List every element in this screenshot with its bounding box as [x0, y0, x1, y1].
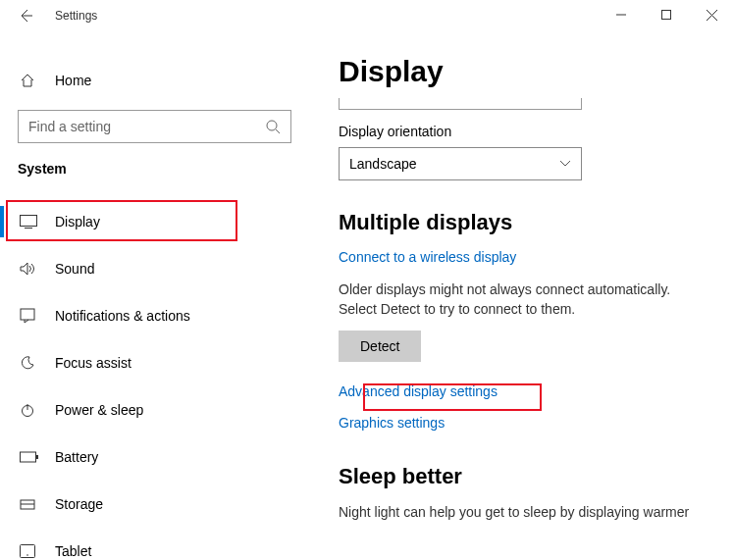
advanced-display-link[interactable]: Advanced display settings [339, 383, 705, 399]
wireless-display-link[interactable]: Connect to a wireless display [339, 249, 705, 265]
battery-icon [20, 451, 41, 463]
nav-tablet[interactable]: Tablet [0, 528, 309, 560]
nav-item-label: Display [55, 214, 100, 229]
svg-point-4 [267, 121, 277, 130]
orientation-label: Display orientation [339, 124, 705, 139]
detect-text: Older displays might not always connect … [339, 280, 705, 319]
nav-item-label: Focus assist [55, 355, 131, 371]
nav-display[interactable]: Display [0, 198, 309, 245]
graphics-settings-link[interactable]: Graphics settings [339, 415, 705, 431]
nav-item-label: Battery [55, 449, 98, 465]
power-icon [20, 402, 41, 418]
search-icon [265, 119, 281, 134]
svg-rect-6 [21, 216, 37, 227]
svg-point-16 [26, 554, 28, 556]
sidebar: Home System Display Sound Notifica [0, 31, 309, 560]
nav-notifications[interactable]: Notifications & actions [0, 292, 309, 339]
back-button[interactable] [14, 8, 37, 24]
home-icon [20, 73, 41, 88]
svg-rect-12 [36, 455, 38, 459]
sidebar-section-label: System [0, 161, 309, 177]
sleep-better-heading: Sleep better [339, 464, 705, 489]
nav-item-label: Storage [55, 496, 103, 512]
nav-item-label: Tablet [55, 543, 91, 559]
chevron-down-icon [559, 160, 571, 168]
tablet-icon [20, 544, 41, 558]
sound-icon [20, 261, 41, 277]
close-button[interactable] [689, 0, 734, 29]
moon-icon [20, 355, 41, 371]
maximize-button[interactable] [644, 0, 689, 29]
nav-home-label: Home [55, 73, 91, 88]
svg-rect-1 [662, 11, 671, 20]
orientation-value: Landscape [349, 156, 417, 172]
nav-item-label: Sound [55, 261, 94, 277]
nav-home[interactable]: Home [0, 61, 309, 100]
search-input[interactable] [28, 119, 244, 134]
nav-power-sleep[interactable]: Power & sleep [0, 386, 309, 433]
storage-icon [20, 496, 41, 512]
search-box[interactable] [18, 110, 291, 143]
svg-line-5 [276, 129, 280, 133]
window-title: Settings [55, 9, 97, 23]
svg-rect-8 [21, 309, 34, 320]
orientation-select[interactable]: Landscape [339, 147, 582, 180]
multiple-displays-heading: Multiple displays [339, 210, 705, 235]
page-title: Display [339, 55, 705, 88]
display-indicator [339, 98, 582, 110]
nav-item-label: Power & sleep [55, 402, 143, 418]
notifications-icon [20, 308, 41, 324]
detect-button[interactable]: Detect [339, 331, 421, 362]
nav-item-label: Notifications & actions [55, 308, 190, 324]
nav-battery[interactable]: Battery [0, 433, 309, 481]
nav-storage[interactable]: Storage [0, 481, 309, 528]
minimize-button[interactable] [599, 0, 644, 29]
monitor-icon [20, 215, 41, 229]
nav-sound[interactable]: Sound [0, 245, 309, 292]
main-content: Display Display orientation Landscape Mu… [309, 31, 734, 560]
nav-focus-assist[interactable]: Focus assist [0, 339, 309, 386]
svg-rect-11 [21, 452, 36, 462]
sleep-text: Night light can help you get to sleep by… [339, 503, 705, 523]
window-controls [599, 0, 734, 29]
